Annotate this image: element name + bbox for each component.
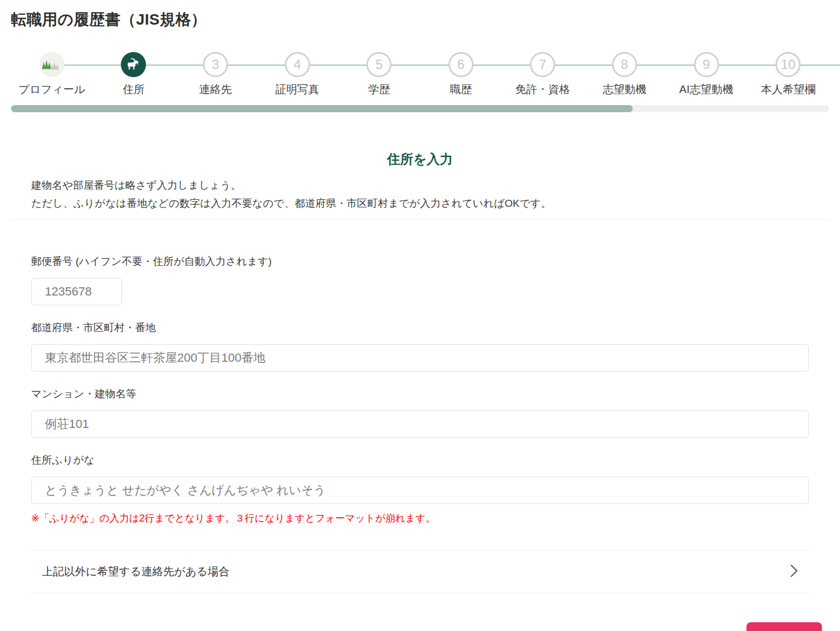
stepper-step-profile[interactable]: プロフィール: [11, 52, 93, 97]
page-title: 転職用の履歴書（JIS規格）: [11, 9, 829, 30]
goat-icon: [121, 52, 146, 77]
step-number-circle: 3: [203, 52, 228, 77]
furigana-input[interactable]: [31, 477, 809, 504]
step-number-circle: 9: [694, 52, 719, 77]
step-number: 6: [457, 57, 464, 72]
step-number: 4: [294, 57, 301, 72]
furigana-label: 住所ふりがな: [31, 453, 809, 467]
stepper-step-label: AI志望動機: [679, 82, 733, 97]
stepper-step-work-history[interactable]: 6 職歴: [420, 52, 502, 97]
step-number: 8: [621, 57, 628, 72]
building-name-input[interactable]: [31, 410, 809, 438]
grass-icon: [39, 52, 65, 77]
step-number-circle: 6: [448, 52, 474, 77]
section-description: 建物名や部屋番号は略さず入力しましょう。 ただし、ふりがなは番地などの数字は入力…: [11, 176, 829, 212]
progress-bar-track: [11, 105, 829, 112]
postal-code-label: 郵便番号 (ハイフン不要・住所が自動入力されます): [31, 254, 809, 269]
description-line: ただし、ふりがなは番地などの数字は入力不要なので、都道府県・市区町村までが入力さ…: [31, 194, 809, 212]
stepper-step-education[interactable]: 5 学歴: [338, 52, 420, 97]
footer-navigation: « 前へ 次へ »: [11, 622, 829, 631]
stepper-step-photo[interactable]: 4 証明写真: [256, 52, 339, 97]
step-number-circle: 8: [612, 52, 637, 77]
stepper-step-label: 免許・資格: [515, 82, 570, 97]
additional-contact-accordion[interactable]: 上記以外に希望する連絡先がある場合: [31, 550, 809, 593]
stepper-step-label: 本人希望欄: [761, 82, 815, 97]
step-number-circle: 4: [285, 52, 310, 77]
address-form: 郵便番号 (ハイフン不要・住所が自動入力されます) 都道府県・市区町村・番地 マ…: [11, 254, 829, 525]
stepper-step-label: 証明写真: [276, 82, 319, 97]
description-line: 建物名や部屋番号は略さず入力しましょう。: [31, 176, 809, 194]
stepper-step-licenses[interactable]: 7 免許・資格: [502, 52, 584, 97]
section-heading: 住所を入力: [11, 150, 829, 168]
stepper-step-label: 住所: [122, 82, 144, 97]
next-button[interactable]: 次へ »: [746, 622, 822, 631]
step-number: 3: [212, 57, 219, 72]
step-number: 9: [703, 57, 710, 72]
stepper-step-personal-requests[interactable]: 10 本人希望欄: [747, 52, 829, 97]
furigana-warning-text: ※「ふりがな」の入力は2行までとなります。３行になりますとフォーマットが崩れます…: [31, 512, 809, 525]
stepper-step-ai-motivation[interactable]: 9 AI志望動機: [666, 52, 748, 97]
step-number: 5: [375, 57, 382, 72]
stepper-step-motivation[interactable]: 8 志望動機: [584, 52, 666, 97]
stepper-step-label: 職歴: [450, 82, 472, 97]
stepper-step-contact[interactable]: 3 連絡先: [174, 52, 256, 97]
accordion-label: 上記以外に希望する連絡先がある場合: [42, 564, 230, 579]
stepper-step-label: プロフィール: [19, 82, 85, 97]
stepper-step-label: 連絡先: [199, 82, 232, 97]
postal-code-input[interactable]: [31, 278, 122, 305]
address-label: 都道府県・市区町村・番地: [31, 321, 809, 335]
step-number-circle: 5: [366, 52, 392, 77]
chevron-right-icon: [790, 564, 798, 580]
building-name-label: マンション・建物名等: [31, 387, 809, 401]
stepper-step-label: 学歴: [368, 82, 390, 97]
divider: [11, 219, 829, 219]
stepper-step-label: 志望動機: [603, 82, 646, 97]
address-input[interactable]: [31, 344, 809, 372]
step-number-circle: 10: [775, 52, 801, 77]
stepper-step-address[interactable]: 住所: [93, 52, 175, 97]
resume-builder-page: 転職用の履歴書（JIS規格） プロフィール: [0, 9, 840, 631]
progress-bar-fill: [11, 105, 633, 112]
step-number: 10: [781, 57, 796, 72]
step-number-circle: 7: [530, 52, 555, 77]
stepper: プロフィール 住所 3 連絡先: [11, 52, 829, 97]
step-number: 7: [539, 57, 546, 72]
